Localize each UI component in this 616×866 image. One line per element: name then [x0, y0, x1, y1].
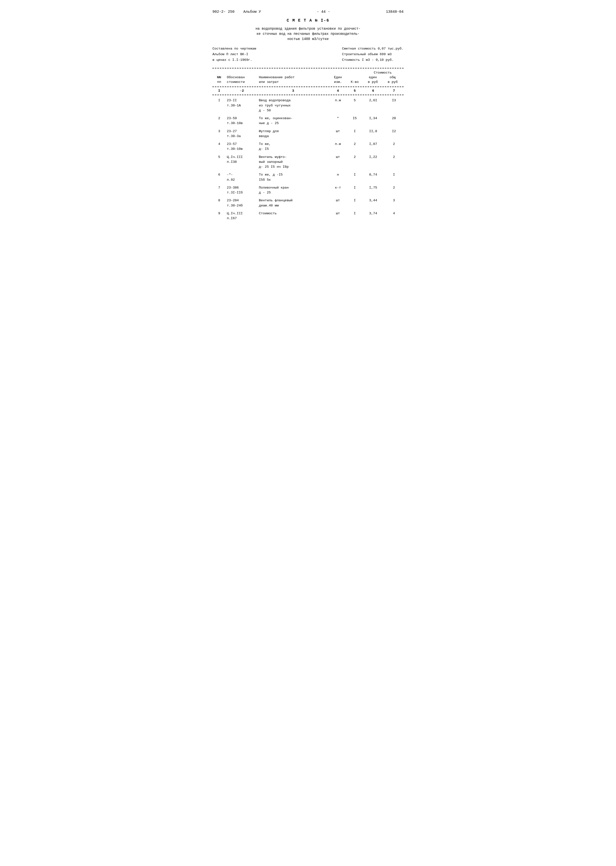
cell-ed: н — [328, 171, 347, 184]
cell-nn: 4 — [212, 140, 226, 153]
page-subtitle: на водопровод здания фильтров установки … — [212, 26, 404, 42]
cell-ed: шт — [328, 209, 347, 223]
cell-kvo: 2 — [347, 140, 362, 153]
col-num-6: 6 — [362, 88, 384, 93]
cell-edin: I,22 — [362, 153, 384, 171]
th-nn: №№ пп — [212, 70, 226, 85]
th-ed: Един изм. — [328, 70, 347, 85]
cell-edin: I,34 — [362, 115, 384, 128]
cell-kvo: I — [347, 128, 362, 140]
cell-naim: Вентиль муфто- вый запорный д- 25 I5 нч … — [258, 153, 328, 171]
page-header: 902-2- 250 Альбом У - 44 - 13848-04 — [212, 10, 404, 14]
cell-obsh: I3 — [385, 97, 404, 115]
meta-block: Составлена по чертежам Альбом П лист ВК-… — [212, 46, 404, 63]
cell-nn: 6 — [212, 171, 226, 184]
cell-kvo: I — [347, 197, 362, 209]
cell-naim: То же, д- I5 — [258, 140, 328, 153]
cell-obosn: 23-59 т.30-10в — [226, 115, 258, 128]
table-header-row: №№ пп Обоснован стоимости Наименование р… — [212, 70, 404, 85]
table-row: 9Ц.Iч.III п.I67СтоимостьштI3,744 — [212, 209, 404, 223]
cell-obsh: I — [385, 171, 404, 184]
table-row: 323-27 т.30-3аФутляр для вводаштIII,8I2 — [212, 128, 404, 140]
th-obosn: Обоснован стоимости — [226, 70, 258, 85]
col-num-5: 5 — [347, 88, 362, 93]
cell-obosn: Ц.Iч.III п.I38 — [226, 153, 258, 171]
cell-edin: II,8 — [362, 128, 384, 140]
table-dashed-row — [212, 85, 404, 88]
col-num-7: 7 — [385, 88, 404, 93]
cell-obsh: 2 — [385, 153, 404, 171]
cell-edin: 3,74 — [362, 209, 384, 223]
cell-nn: I — [212, 97, 226, 115]
th-naim: Наименование работ или затрат — [258, 70, 328, 85]
cell-obsh: 2 — [385, 184, 404, 197]
table-row: 723-386 т.3I-IIбПоливочный кран д - 25к-… — [212, 184, 404, 197]
cell-edin: 2,6I — [362, 97, 384, 115]
cell-nn: 2 — [212, 115, 226, 128]
cell-edin: 0,74 — [362, 171, 384, 184]
separator-top — [212, 68, 404, 68]
th-stoimost: Стоимость един в руб общ в руб — [362, 70, 404, 85]
separator-header2 — [212, 94, 404, 95]
cell-edin: 3,44 — [362, 197, 384, 209]
cell-naim: Поливочный кран д - 25 — [258, 184, 328, 197]
cell-kvo: I — [347, 209, 362, 223]
cell-naim: Ввод водопровода из труб чугунных д - 50 — [258, 97, 328, 115]
cell-naim: То же, д -I5 I5б 5к — [258, 171, 328, 184]
cell-kvo: 5 — [347, 97, 362, 115]
cell-ed: " — [328, 115, 347, 128]
cell-obsh: I2 — [385, 128, 404, 140]
separator-header — [212, 87, 404, 87]
cell-obosn: Ц.Iч.III п.I67 — [226, 209, 258, 223]
table-col-numbers: I ·2 3 4 5 6 7 — [212, 88, 404, 93]
cell-nn: 3 — [212, 128, 226, 140]
table-row: 6-"- п.92То же, д -I5 I5б 5кнI0,74I — [212, 171, 404, 184]
cell-obosn: -"- п.92 — [226, 171, 258, 184]
cell-naim: То же, оцинкован- ные д - 25 — [258, 115, 328, 128]
cell-edin: I,75 — [362, 184, 384, 197]
col-num-1: I — [212, 88, 226, 93]
col-num-4: 4 — [328, 88, 347, 93]
cell-obosn: 23-II т.30-1А — [226, 97, 258, 115]
table-dashed-row2 — [212, 93, 404, 97]
table-row: 223-59 т.30-10вТо же, оцинкован- ные д -… — [212, 115, 404, 128]
cell-ed: шт — [328, 197, 347, 209]
cell-ed: п.м — [328, 97, 347, 115]
cell-kvo: I5 — [347, 115, 362, 128]
cell-nn: 5 — [212, 153, 226, 171]
header-right: 13848-04 — [386, 10, 404, 14]
cell-kvo: 2 — [347, 153, 362, 171]
cell-edin: I,07 — [362, 140, 384, 153]
cell-nn: 7 — [212, 184, 226, 197]
cell-naim: Стоимость — [258, 209, 328, 223]
estimate-table: №№ пп Обоснован стоимости Наименование р… — [212, 70, 404, 223]
cell-nn: 9 — [212, 209, 226, 223]
cell-obsh: 2 — [385, 140, 404, 153]
cell-obsh: 3 — [385, 197, 404, 209]
meta-left: Составлена по чертежам Альбом П лист ВК-… — [212, 46, 256, 63]
th-kvo: К-во — [347, 70, 362, 85]
cell-kvo: I — [347, 184, 362, 197]
cell-obosn: 23-27 т.30-3а — [226, 128, 258, 140]
cell-naim: Футляр для ввода — [258, 128, 328, 140]
table-row: 423-57 т.30-10вТо же, д- I5п.м2I,072 — [212, 140, 404, 153]
header-left: 902-2- 250 Альбом У — [212, 10, 261, 14]
cell-naim: Вентиль фланцевый диам.40 мм — [258, 197, 328, 209]
col-num-3: 3 — [258, 88, 328, 93]
cell-obosn: 23-204 т.30-24б — [226, 197, 258, 209]
cell-nn: 8 — [212, 197, 226, 209]
cell-obsh: 20 — [385, 115, 404, 128]
table-row: 5Ц.Iч.III п.I38Вентиль муфто- вый запорн… — [212, 153, 404, 171]
cell-ed: п.м — [328, 140, 347, 153]
cell-ed: к-т — [328, 184, 347, 197]
cell-kvo: I — [347, 171, 362, 184]
cell-obsh: 4 — [385, 209, 404, 223]
meta-right: Сметная стоимость 0,07 тыс.руб. Строител… — [342, 46, 404, 63]
page-title: С М Е Т А № I-6 — [212, 18, 404, 23]
table-row: I23-II т.30-1АВвод водопровода из труб ч… — [212, 97, 404, 115]
cell-obosn: 23-57 т.30-10в — [226, 140, 258, 153]
table-row: 823-204 т.30-24бВентиль фланцевый диам.4… — [212, 197, 404, 209]
cell-obosn: 23-386 т.3I-IIб — [226, 184, 258, 197]
cell-ed: шт — [328, 153, 347, 171]
cell-ed: шт — [328, 128, 347, 140]
